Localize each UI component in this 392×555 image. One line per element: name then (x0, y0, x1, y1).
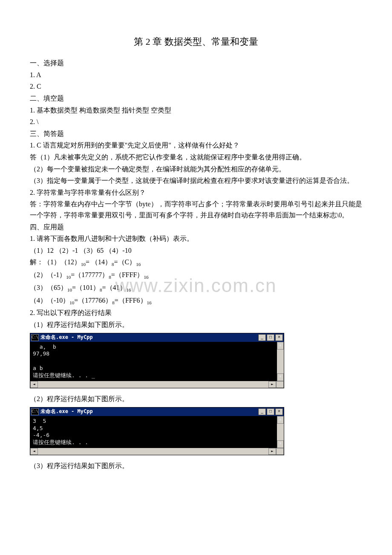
sol3-s1: 10 (67, 287, 72, 292)
vertical-scrollbar[interactable]: ▲ ▼ (277, 342, 284, 381)
r1-label: （1）程序运行结果如下图所示。 (30, 319, 362, 330)
scroll-track[interactable] (38, 381, 268, 388)
sol4-mid2: =（FFF6） (115, 297, 147, 304)
window-title: 未命名.exe - MyCpp (40, 333, 258, 341)
window-title: 未命名.exe - MyCpp (40, 408, 258, 416)
sol1-mid2: =（C） (114, 258, 136, 266)
solution-line4: （4）（-10）10=（177766）8=（FFF6）16 (30, 295, 362, 307)
section2-line1: 1. 基本数据类型 构造数据类型 指针类型 空类型 (30, 105, 362, 116)
scroll-right-icon[interactable]: ► (268, 381, 276, 388)
console-output: a, b 97,98 a b 请按任意键继续. . . _ (30, 342, 277, 381)
sol1-pre: （1）（12） (43, 258, 81, 266)
sol-label: 解： (30, 258, 43, 266)
console-window-1: C:\ 未命名.exe - MyCpp _ □ × a, b 97,98 a b… (30, 333, 284, 388)
section3-a1-1: 答（1）凡未被事先定义的，系统不把它认作变量名，这就能保证程序中变量名使用得正确… (30, 152, 362, 163)
scroll-right-icon[interactable]: ► (268, 448, 276, 455)
console-output: 3 5 4,5 -4,-6 请按任意键继续. . . (30, 416, 277, 448)
section3-a2: 答：字符常量在内存中占一个字节（byte），而字符串可占多个；字符常量表示时要用… (30, 199, 362, 220)
console-window-2: C:\ 未命名.exe - MyCpp _ □ × 3 5 4,5 -4,-6 … (30, 407, 284, 456)
sol3-mid2: =（41） (102, 284, 127, 291)
vertical-scrollbar[interactable]: ▲ ▼ (277, 416, 284, 448)
solution-line3: （3）（65）10=（101）8=（41）16 (30, 282, 362, 294)
sol4-mid1: =（177766） (74, 297, 112, 304)
sol4-s3: 16 (147, 300, 152, 305)
close-button[interactable]: × (275, 334, 283, 341)
close-button[interactable]: × (275, 408, 283, 415)
solution-line1: 解：（1）（12）10= （14）8=（C）16 (30, 257, 362, 269)
sol3-s3: 16 (127, 287, 131, 292)
minimize-button[interactable]: _ (258, 408, 266, 415)
section3-q1: 1. C 语言规定对所用到的变量要"先定义后使用"，这样做有什么好处？ (30, 140, 362, 151)
sol1-mid1: = （14） (86, 258, 112, 266)
sol2-s1: 10 (66, 275, 71, 280)
cmd-icon: C:\ (31, 334, 39, 341)
scroll-down-icon[interactable]: ▼ (277, 440, 284, 448)
section1-q2: 2. C (30, 81, 362, 92)
section3-q2: 2. 字符常量与字符串常量有什么区别？ (30, 187, 362, 198)
section2-heading: 二、填空题 (30, 93, 362, 104)
sol3-pre: （3）（65） (30, 284, 67, 291)
scroll-track[interactable] (38, 448, 268, 455)
scroll-left-icon[interactable]: ◄ (30, 381, 38, 388)
sol2-s3: 16 (144, 275, 148, 280)
sol4-pre: （4）（-10） (30, 297, 69, 304)
r2-label: （2）程序运行结果如下图所示。 (30, 393, 362, 405)
resize-grip[interactable] (276, 381, 284, 388)
scroll-up-icon[interactable]: ▲ (277, 342, 284, 350)
page-title: 第 2 章 数据类型、常量和变量 (30, 34, 362, 49)
section1-q1: 1. A (30, 69, 362, 81)
sol2-mid2: =（FFFF） (111, 271, 144, 278)
maximize-button[interactable]: □ (267, 334, 274, 341)
r3-label: （3）程序运行结果如下图所示。 (30, 460, 362, 471)
maximize-button[interactable]: □ (267, 408, 274, 415)
sol3-mid1: =（101） (72, 284, 100, 291)
section4-q1-items: （1）12 （2）-1 （3）65 （4）-10 (30, 245, 362, 256)
sol2-pre: （2）（-1） (30, 271, 66, 278)
section4-q2: 2. 写出以下程序的运行结果 (30, 307, 362, 318)
sol1-s3: 16 (136, 262, 141, 267)
section4-q1: 1. 请将下面各数用八进制和十六进制数（补码）表示。 (30, 233, 362, 244)
solution-line2: （2）（-1）10=（177777）8=（FFFF）16 (30, 269, 362, 281)
scroll-down-icon[interactable]: ▼ (277, 373, 284, 381)
section3-heading: 三、简答题 (30, 128, 362, 139)
scroll-track[interactable] (277, 424, 284, 441)
resize-grip[interactable] (276, 448, 284, 455)
section4-heading: 四、应用题 (30, 222, 362, 233)
horizontal-scrollbar[interactable]: ◄ ► (30, 448, 284, 455)
section2-line2: 2. \ (30, 116, 362, 127)
section1-heading: 一、选择题 (30, 58, 362, 69)
minimize-button[interactable]: _ (258, 334, 266, 341)
scroll-up-icon[interactable]: ▲ (277, 416, 284, 424)
section3-a1-3: （3）指定每一变量属于一个类型，这就便于在编译时据此检查在程序中要求对该变量进行… (30, 175, 362, 186)
scroll-left-icon[interactable]: ◄ (30, 448, 38, 455)
titlebar[interactable]: C:\ 未命名.exe - MyCpp _ □ × (30, 333, 284, 342)
sol1-s1: 10 (81, 262, 86, 267)
titlebar[interactable]: C:\ 未命名.exe - MyCpp _ □ × (30, 408, 284, 416)
cmd-icon: C:\ (31, 408, 39, 415)
sol4-s1: 10 (69, 300, 74, 305)
scroll-track[interactable] (277, 350, 284, 373)
horizontal-scrollbar[interactable]: ◄ ► (30, 381, 284, 388)
sol2-mid1: =（177777） (71, 271, 109, 278)
section3-a1-2: （2）每一个变量被指定未一个确定类型，在编译时就能为其分配性相应的存储单元。 (30, 164, 362, 175)
